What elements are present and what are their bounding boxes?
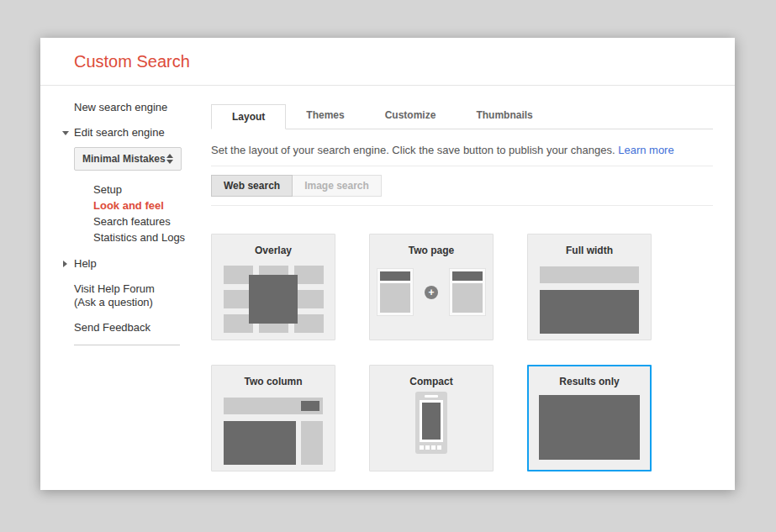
two-column-preview	[224, 398, 323, 465]
layout-option-label: Compact	[370, 376, 493, 387]
engine-selector-value: Minimal Mistakes	[82, 153, 166, 165]
overlay-popup-shape	[249, 275, 298, 324]
phone-buttons-shape	[420, 445, 441, 450]
dropdown-spinner-icon	[166, 154, 173, 164]
sidebar-item-look-and-feel[interactable]: Look and feel	[93, 198, 217, 213]
sidebar-item-label: New search engine	[74, 101, 167, 113]
page-thumbnail	[449, 268, 486, 316]
sidebar-item-help-forum[interactable]: Visit Help Forum (Ask a question)	[74, 282, 217, 309]
overlay-preview	[224, 266, 324, 333]
search-mode-toggle: Web search Image search	[211, 175, 713, 197]
layout-option-label: Overlay	[212, 245, 335, 256]
results-only-preview	[539, 395, 640, 460]
sidebar-item-edit-search-engine[interactable]: Edit search engine	[74, 126, 217, 140]
image-search-button[interactable]: Image search	[292, 175, 382, 197]
search-mode-toolbar: Web search Image search	[211, 166, 713, 206]
phone-speaker-shape	[425, 395, 438, 398]
layout-option-results-only[interactable]: Results only	[527, 365, 652, 471]
engine-selector-dropdown[interactable]: Minimal Mistakes	[74, 147, 182, 171]
layout-option-label: Two column	[212, 376, 335, 387]
sidebar-item-label: Edit search engine	[74, 126, 165, 139]
layout-option-full-width[interactable]: Full width	[527, 234, 652, 340]
tab-bar: Layout Themes Customize Thumbnails	[211, 104, 713, 129]
sidebar-item-setup[interactable]: Setup	[93, 182, 217, 198]
layout-option-two-page[interactable]: Two page	[369, 234, 494, 340]
tab-layout[interactable]: Layout	[211, 104, 286, 129]
layout-option-label: Two page	[370, 245, 493, 256]
main-content: Layout Themes Customize Thumbnails Set t…	[211, 97, 713, 471]
page-thumbnail	[377, 268, 414, 316]
layout-option-label: Results only	[529, 376, 650, 387]
sidebar-item-label: Help	[74, 257, 97, 270]
learn-more-link[interactable]: Learn more	[618, 144, 673, 156]
help-forum-line2: (Ask a question)	[74, 296, 217, 309]
layout-option-overlay[interactable]: Overlay	[211, 234, 335, 340]
tab-thumbnails[interactable]: Thumbnails	[456, 103, 552, 129]
web-search-button[interactable]: Web search	[211, 175, 293, 197]
sidebar-item-statistics-and-logs[interactable]: Statistics and Logs	[93, 229, 217, 245]
layout-option-label: Full width	[528, 245, 651, 256]
sidebar-item-send-feedback[interactable]: Send Feedback	[74, 321, 217, 334]
sidebar-divider	[74, 345, 180, 345]
plus-icon	[425, 286, 438, 299]
sidebar-item-help[interactable]: Help	[74, 257, 217, 271]
help-forum-line1: Visit Help Forum	[74, 282, 217, 296]
layout-options-grid: Overlay Two page	[211, 234, 713, 471]
sidebar: New search engine Edit search engine Min…	[74, 101, 217, 345]
layout-option-two-column[interactable]: Two column	[211, 365, 335, 471]
chevron-right-icon	[63, 261, 67, 267]
two-page-preview	[370, 268, 493, 316]
custom-search-panel: Custom Search New search engine Edit sea…	[40, 38, 735, 490]
tab-customize[interactable]: Customize	[365, 103, 457, 129]
full-width-preview	[540, 266, 639, 334]
phone-screen-shape	[420, 400, 443, 442]
sidebar-item-label: Send Feedback	[74, 321, 150, 334]
layout-option-compact[interactable]: Compact	[369, 365, 494, 471]
tab-themes[interactable]: Themes	[286, 103, 364, 129]
engine-subnav: Setup Look and feel Search features Stat…	[74, 182, 217, 245]
sidebar-item-new-search-engine[interactable]: New search engine	[74, 101, 217, 114]
header: Custom Search	[40, 38, 735, 86]
chevron-down-icon	[62, 131, 69, 135]
sidebar-item-search-features[interactable]: Search features	[93, 213, 217, 229]
layout-description: Set the layout of your search engine. Cl…	[211, 143, 713, 158]
page-title: Custom Search	[74, 38, 190, 86]
compact-phone-preview	[415, 392, 447, 454]
description-text: Set the layout of your search engine. Cl…	[211, 144, 615, 156]
